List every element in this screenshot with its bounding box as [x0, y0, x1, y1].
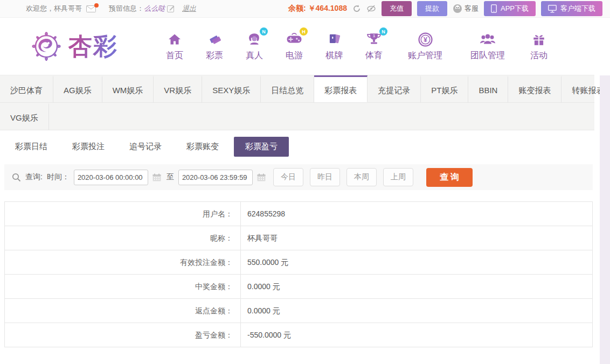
- tab-ag[interactable]: AG娱乐: [53, 75, 102, 102]
- gift-icon: [532, 32, 546, 46]
- end-calendar-icon[interactable]: [257, 173, 266, 181]
- table-row: 昵称： 杯具哥哥: [5, 226, 592, 250]
- row-value-profit-loss-amount: -550.0000 元: [241, 323, 592, 347]
- table-row: 有效投注金额： 550.0000 元: [5, 250, 592, 275]
- app-download-button[interactable]: APP下载: [484, 1, 536, 16]
- welcome-text: 欢迎您，杯具哥哥: [26, 4, 82, 13]
- query-label: 查询:: [25, 172, 43, 182]
- tab-row-1: 沙巴体育 AG娱乐 WM娱乐 VR娱乐 SEXY娱乐 日结总览 彩票报表 充提记…: [0, 75, 594, 103]
- nav-badge: N: [379, 27, 387, 36]
- today-button[interactable]: 今日: [273, 168, 303, 186]
- nav-label: 账户管理: [408, 50, 442, 61]
- nav-item-home[interactable]: 首页: [155, 31, 195, 61]
- end-time-input[interactable]: [178, 170, 253, 185]
- refresh-icon[interactable]: [352, 4, 361, 13]
- row-value-rebate-amount: 0.0000 元: [241, 299, 592, 323]
- client-download-label: 客户端下载: [560, 4, 595, 13]
- nav-label: 真人: [246, 50, 263, 61]
- nav-label: 电游: [286, 50, 303, 61]
- start-time-input[interactable]: [74, 170, 148, 185]
- yesterday-button[interactable]: 昨日: [310, 168, 340, 186]
- phone-icon: [491, 4, 497, 13]
- report-tabbar: 沙巴体育 AG娱乐 WM娱乐 VR娱乐 SEXY娱乐 日结总览 彩票报表 充提记…: [0, 75, 594, 130]
- hide-balance-eye-icon[interactable]: [366, 5, 376, 12]
- start-calendar-icon[interactable]: [153, 173, 161, 181]
- search-icon: [12, 173, 21, 182]
- tab-shaba-sports[interactable]: 沙巴体育: [0, 75, 53, 102]
- qq-service-icon: [453, 4, 462, 13]
- row-value-username: 624855298: [241, 202, 592, 226]
- table-row: 用户名： 624855298: [5, 202, 592, 226]
- subtab-lottery-bets[interactable]: 彩票投注: [63, 137, 114, 156]
- site-header: 杏彩 首页 彩票 N 真人 H 电游: [0, 18, 610, 75]
- nav-item-team[interactable]: 团队管理: [456, 31, 519, 61]
- tab-sexy[interactable]: SEXY娱乐: [202, 75, 261, 102]
- lottery-ticket-icon: [207, 33, 221, 46]
- nav-badge: H: [300, 27, 308, 36]
- tab-account-change-report[interactable]: 账变报表: [508, 75, 562, 102]
- tab-vg[interactable]: VG娱乐: [0, 103, 49, 130]
- svg-text:¥: ¥: [424, 36, 427, 44]
- subtab-chase-records[interactable]: 追号记录: [120, 137, 171, 156]
- nav-label: 团队管理: [470, 50, 505, 61]
- client-download-button[interactable]: 客户端下载: [541, 1, 602, 16]
- mail-icon[interactable]: [86, 5, 96, 12]
- tab-daily-summary[interactable]: 日结总览: [261, 75, 314, 102]
- logo-ornament-icon: [30, 30, 63, 63]
- mail-unread-dot: [94, 3, 99, 8]
- row-value-valid-bet-amount: 550.0000 元: [241, 250, 592, 274]
- nav-badge: N: [260, 27, 268, 36]
- site-logo[interactable]: 杏彩: [30, 30, 118, 63]
- table-row: 中奖金额： 0.0000 元: [5, 275, 592, 299]
- tab-bbin[interactable]: BBIN: [468, 75, 508, 102]
- nav-label: 体育: [365, 50, 383, 61]
- svg-text:1: 1: [373, 33, 375, 38]
- reserved-info-value[interactable]: 么么哒: [144, 4, 165, 13]
- nav-label: 活动: [530, 50, 547, 61]
- row-label-profit-loss-amount: 盈亏金额：: [5, 323, 241, 347]
- withdraw-button[interactable]: 提款: [417, 1, 447, 16]
- app-download-label: APP下载: [501, 4, 529, 13]
- customer-service[interactable]: 客服: [453, 4, 479, 13]
- to-label: 至: [167, 172, 174, 182]
- balance-label: 余额:: [288, 4, 306, 12]
- search-button[interactable]: 查 询: [426, 168, 473, 187]
- last-week-button[interactable]: 上周: [383, 168, 413, 186]
- live-dealer-icon: [247, 32, 261, 46]
- balance-value: ￥464.1088: [308, 4, 347, 12]
- nav-item-account[interactable]: ¥ 账户管理: [394, 31, 456, 61]
- recharge-button[interactable]: 充值: [382, 1, 412, 16]
- subtab-lottery-profit-loss[interactable]: 彩票盈亏: [234, 137, 289, 157]
- nav-label: 彩票: [206, 50, 223, 61]
- monitor-icon: [548, 5, 557, 13]
- tab-lottery-report[interactable]: 彩票报表: [314, 75, 368, 102]
- subtab-lottery-daily[interactable]: 彩票日结: [5, 137, 57, 156]
- tab-deposit-withdraw-records[interactable]: 充提记录: [368, 75, 421, 102]
- subtab-lottery-account-change[interactable]: 彩票账变: [177, 137, 228, 156]
- row-label-username: 用户名：: [5, 202, 241, 226]
- service-label: 客服: [465, 4, 479, 13]
- nav-label: 首页: [166, 50, 183, 61]
- lottery-subtabs: 彩票日结 彩票投注 追号记录 彩票账变 彩票盈亏: [0, 130, 594, 162]
- tab-row-2: VG娱乐: [0, 103, 594, 130]
- query-bar: 查询: 时间： 至 今日 昨日 本周 上周 查 询: [4, 164, 593, 190]
- row-value-win-amount: 0.0000 元: [241, 275, 592, 298]
- time-label: 时间：: [47, 172, 70, 182]
- balance: 余额: ￥464.1088: [288, 4, 347, 13]
- nav-label: 棋牌: [325, 50, 343, 61]
- nav-item-activity[interactable]: 活动: [519, 31, 559, 61]
- nav-item-lottery[interactable]: 彩票: [195, 31, 234, 61]
- report-tabs-section: 沙巴体育 AG娱乐 WM娱乐 VR娱乐 SEXY娱乐 日结总览 彩票报表 充提记…: [0, 75, 594, 347]
- page: 欢迎您，杯具哥哥 预留信息： 么么哒 退出 余额: ￥464.1088 充值 提…: [0, 0, 610, 364]
- tab-pt[interactable]: PT娱乐: [421, 75, 468, 102]
- nav-item-egame[interactable]: H 电游: [274, 31, 314, 61]
- nav-item-chess[interactable]: 棋牌: [314, 31, 354, 61]
- this-week-button[interactable]: 本周: [346, 168, 377, 186]
- edit-icon[interactable]: [167, 5, 175, 12]
- logout-link[interactable]: 退出: [182, 4, 196, 13]
- nav-item-live[interactable]: N 真人: [234, 31, 274, 61]
- nav-item-sports[interactable]: 1 N 体育: [354, 31, 394, 61]
- tab-wm[interactable]: WM娱乐: [102, 75, 154, 102]
- table-row: 返点金额： 0.0000 元: [5, 299, 592, 323]
- tab-vr[interactable]: VR娱乐: [154, 75, 202, 102]
